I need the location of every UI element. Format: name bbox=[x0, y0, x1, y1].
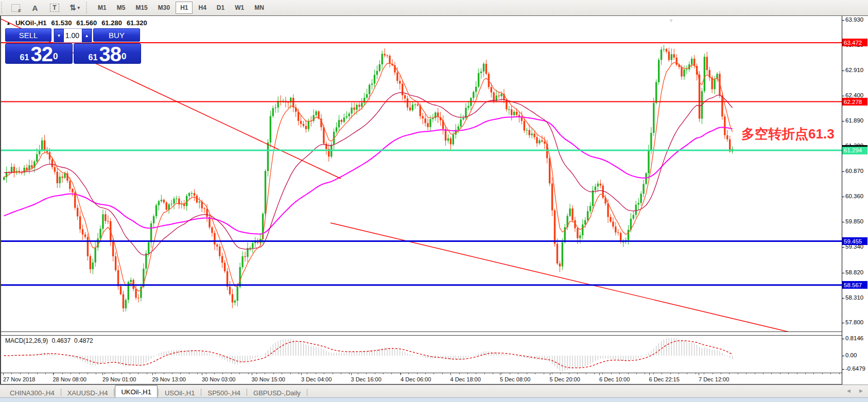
time-minor-tick bbox=[771, 373, 772, 374]
macd-value-1: 0.4637 bbox=[51, 337, 71, 344]
tab-separator bbox=[247, 389, 247, 396]
chart-tab-ukoil-h1[interactable]: UKOil-,H1 bbox=[115, 385, 158, 398]
time-minor-tick bbox=[467, 373, 468, 374]
time-minor-tick bbox=[721, 373, 721, 374]
time-minor-tick bbox=[484, 373, 485, 374]
chart-macd-separator[interactable] bbox=[1, 331, 842, 332]
price-axis[interactable]: 63.93063.42062.91062.40061.89061.38060.8… bbox=[842, 16, 868, 384]
time-axis-label: 4 Dec 06:00 bbox=[401, 376, 431, 382]
sell-price-pips: 32 bbox=[30, 45, 53, 63]
time-major-tick bbox=[649, 373, 650, 375]
timeframe-button-h1[interactable]: H1 bbox=[176, 2, 193, 14]
time-minor-tick bbox=[265, 373, 265, 374]
time-minor-tick bbox=[324, 373, 324, 374]
time-minor-tick bbox=[822, 373, 823, 374]
volume-decrease-button[interactable]: ▼ bbox=[54, 29, 64, 42]
time-axis-label: 29 Nov 01:00 bbox=[102, 376, 136, 382]
time-minor-tick bbox=[11, 373, 12, 374]
timeframe-button-m5[interactable]: M5 bbox=[112, 2, 130, 14]
arrow-objects-icon[interactable]: ⇅ ▾ bbox=[66, 2, 83, 14]
price-tick bbox=[842, 323, 844, 323]
time-axis-label: 27 Nov 2018 bbox=[3, 376, 35, 382]
macd-tick-label: 0.00 bbox=[845, 352, 857, 358]
time-axis-label: 6 Dec 10:00 bbox=[599, 376, 630, 382]
buy-price-box[interactable]: 61380 bbox=[74, 43, 141, 64]
time-minor-tick bbox=[611, 373, 612, 374]
time-minor-tick bbox=[442, 373, 443, 374]
sell-price-box[interactable]: 61320 bbox=[5, 43, 73, 64]
toolbar-grip[interactable] bbox=[1, 2, 4, 13]
timeframe-button-m30[interactable]: M30 bbox=[153, 2, 175, 14]
chart-tab-sp500-h4[interactable]: SP500-,H4 bbox=[202, 387, 246, 398]
mt4-terminal: F A T ⇅ ▾ M1M5M15M30H1H4D1W1MN ▲ UKOil-,… bbox=[0, 0, 868, 402]
timeframe-button-mn[interactable]: MN bbox=[250, 2, 269, 14]
sell-button[interactable]: SELL bbox=[5, 28, 51, 42]
time-minor-tick bbox=[805, 373, 806, 374]
tab-separator bbox=[158, 389, 159, 396]
timeframe-button-w1[interactable]: W1 bbox=[230, 2, 249, 14]
status-strip bbox=[0, 397, 868, 402]
time-minor-tick bbox=[105, 373, 105, 374]
timeframe-button-m15[interactable]: M15 bbox=[131, 2, 152, 14]
time-minor-tick bbox=[687, 373, 687, 374]
time-major-tick bbox=[102, 373, 103, 375]
price-tick bbox=[842, 197, 844, 197]
chart-tab-xauusd-h4[interactable]: XAUUSD-,H4 bbox=[62, 387, 114, 398]
time-minor-tick bbox=[586, 373, 586, 374]
chart-shift-marker-icon[interactable]: ▿ bbox=[670, 18, 672, 23]
time-minor-tick bbox=[433, 373, 434, 374]
chart-tab-gbpusd-daily[interactable]: GBPUSD-,Daily bbox=[248, 387, 306, 398]
time-minor-tick bbox=[510, 373, 510, 374]
macd-label: MACD(12,26,9) 0.4637 0.4872 bbox=[5, 337, 93, 344]
chart-tab-usoil-h1[interactable]: USOil-,H1 bbox=[159, 387, 201, 398]
buy-button[interactable]: BUY bbox=[93, 28, 140, 42]
price-tick bbox=[842, 96, 844, 96]
time-minor-tick bbox=[459, 373, 460, 374]
price-tick-label: 59.850 bbox=[845, 218, 863, 224]
price-tick-label: 62.400 bbox=[845, 92, 863, 98]
chinese-annotation: 多空转折点61.3 bbox=[741, 125, 835, 143]
time-minor-tick bbox=[299, 373, 299, 374]
insert-text-icon[interactable]: A bbox=[27, 2, 43, 14]
time-minor-tick bbox=[535, 373, 535, 374]
time-minor-tick bbox=[189, 373, 189, 374]
timeframe-button-d1[interactable]: D1 bbox=[212, 2, 229, 14]
top-toolbar: F A T ⇅ ▾ M1M5M15M30H1H4D1W1MN bbox=[0, 0, 868, 16]
collapse-arrow-icon[interactable]: ▲ bbox=[6, 21, 11, 26]
chart-tab-china300-h4[interactable]: CHINA300-,H4 bbox=[4, 387, 60, 398]
tab-separator bbox=[114, 389, 114, 396]
time-minor-tick bbox=[282, 373, 282, 374]
time-axis[interactable]: 27 Nov 201828 Nov 08:0029 Nov 01:0029 No… bbox=[1, 373, 842, 384]
macd-indicator-chart[interactable] bbox=[1, 335, 842, 373]
toolbar-grip[interactable] bbox=[86, 2, 89, 13]
price-tick-label: 60.360 bbox=[845, 193, 863, 199]
timeframe-button-m1[interactable]: M1 bbox=[93, 2, 111, 14]
tabs-scroll-left-icon[interactable]: ◄ bbox=[846, 388, 852, 394]
time-minor-tick bbox=[222, 373, 223, 374]
time-minor-tick bbox=[628, 373, 629, 374]
volume-spinner: ▼ 1.00 ▲ bbox=[54, 28, 92, 43]
time-minor-tick bbox=[493, 373, 493, 374]
volume-input[interactable]: 1.00 bbox=[64, 29, 82, 42]
time-minor-tick bbox=[20, 373, 21, 374]
text-label-icon[interactable]: T bbox=[47, 2, 62, 14]
time-minor-tick bbox=[594, 373, 595, 374]
timeframe-button-h4[interactable]: H4 bbox=[194, 2, 211, 14]
tabs-scroll-right-icon[interactable]: ► bbox=[858, 388, 864, 394]
time-minor-tick bbox=[375, 373, 375, 374]
time-minor-tick bbox=[696, 373, 696, 374]
time-major-tick bbox=[351, 373, 352, 375]
time-minor-tick bbox=[560, 373, 561, 374]
time-minor-tick bbox=[37, 373, 38, 374]
price-tick bbox=[842, 222, 844, 222]
time-minor-tick bbox=[358, 373, 358, 374]
time-minor-tick bbox=[239, 373, 240, 374]
time-axis-label: 5 Dec 08:00 bbox=[500, 376, 530, 382]
time-minor-tick bbox=[602, 373, 603, 374]
charts-grid-icon[interactable]: F bbox=[8, 2, 23, 14]
volume-increase-button[interactable]: ▲ bbox=[82, 29, 92, 42]
letter-a-icon: A bbox=[32, 4, 38, 12]
time-minor-tick bbox=[636, 373, 637, 374]
price-tick bbox=[842, 171, 844, 172]
time-minor-tick bbox=[197, 373, 198, 374]
